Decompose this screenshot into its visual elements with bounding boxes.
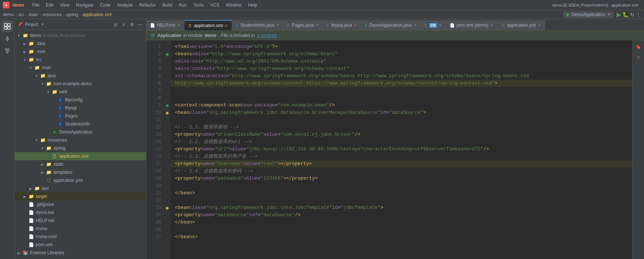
- tab-close-application-yml[interactable]: ✕: [538, 23, 541, 28]
- tree-item-com-example-demo[interactable]: ▼ 📁 com.example.demo: [15, 80, 146, 88]
- tree-item-mvn[interactable]: ▶ 📁 .mvn: [15, 48, 146, 56]
- tree-item-main[interactable]: ▼ 📁 main: [15, 64, 146, 72]
- menu-view[interactable]: View: [57, 2, 72, 8]
- tab-close-application-xml[interactable]: ✕: [225, 23, 228, 28]
- tab-help-md[interactable]: 📄 HELP.md ✕: [146, 20, 184, 30]
- run-button[interactable]: ▶: [617, 11, 621, 18]
- right-icon-bookmark[interactable]: 🔖: [634, 42, 643, 51]
- tab-close-my[interactable]: ✕: [439, 23, 442, 28]
- tree-item-resources[interactable]: ▼ 📁 resources: [15, 136, 146, 144]
- tree-item-demo-iml[interactable]: 📄 demo.iml: [15, 209, 146, 217]
- panel-action-locate[interactable]: ◎: [112, 21, 119, 28]
- code-line-10: <bean class="org.springframework.jdbc.da…: [171, 109, 632, 116]
- tab-studentsinfo-java[interactable]: C StudentsInfo.java ✕: [232, 20, 284, 30]
- label-web: web: [59, 89, 67, 94]
- tree-item-studentsinfo[interactable]: C StudentsInfo: [15, 120, 146, 128]
- line-num-24: 24: [146, 211, 164, 219]
- tree-item-mvnw[interactable]: 📄 mvnw: [15, 225, 146, 233]
- run-config-selector[interactable]: ▶ DemoApplication ▼: [564, 11, 614, 18]
- debug-button[interactable]: 🐛: [622, 12, 629, 18]
- tab-pages-java[interactable]: C Pages.java ✕: [284, 20, 323, 30]
- line-num-8: 8: [146, 94, 164, 102]
- update-button[interactable]: ↻: [630, 12, 634, 18]
- breadcrumb-spring[interactable]: spring: [66, 12, 78, 17]
- tab-demoapplication-java[interactable]: A DemoApplication.java ✕: [361, 20, 421, 30]
- menu-file[interactable]: File: [29, 2, 42, 8]
- gutter-2[interactable]: ◉: [164, 50, 171, 58]
- tree-item-templates[interactable]: ▶ 📁 templates: [15, 168, 146, 176]
- tab-pom-xml[interactable]: 📄 pom.xml (demo) ✕: [446, 20, 498, 30]
- breadcrumb-file[interactable]: application.xml: [82, 12, 111, 17]
- tab-close-studentsinfo-java[interactable]: ✕: [276, 23, 280, 28]
- tree-item-myconfig[interactable]: C Myconfig: [15, 96, 146, 104]
- sidebar-structure-icon[interactable]: [1, 45, 13, 57]
- tree-item-src[interactable]: ▼ 📁 src: [15, 56, 146, 64]
- panel-pin-icon[interactable]: 📌: [18, 22, 23, 27]
- tab-close-help-md[interactable]: ✕: [177, 23, 180, 28]
- tree-item-help-md[interactable]: 📄 HELP.md: [15, 217, 146, 225]
- tab-close-mysql-java[interactable]: ✕: [354, 23, 357, 28]
- tree-item-java[interactable]: ▼ 📁 java: [15, 72, 146, 80]
- tree-item-application-yml[interactable]: 🗒 application.yml: [15, 176, 146, 184]
- menu-window[interactable]: Window: [223, 2, 244, 8]
- breadcrumb-src[interactable]: src: [18, 12, 24, 17]
- tab-mysql-java[interactable]: C Mysql.java ✕: [323, 20, 361, 30]
- menu-refactor[interactable]: Refactor: [136, 2, 159, 8]
- tree-item-target[interactable]: ▶ 📁 target: [15, 192, 146, 200]
- tree-item-demoapplication[interactable]: A DemoApplication: [15, 128, 146, 136]
- panel-dropdown-icon[interactable]: ▼: [41, 22, 44, 26]
- right-icon-structure[interactable]: ≡: [634, 53, 643, 61]
- tree-item-scratches[interactable]: ▶ ✏ Scratches and Consoles: [15, 257, 146, 259]
- breadcrumb-main[interactable]: main: [29, 12, 38, 17]
- menu-build[interactable]: Build: [160, 2, 175, 8]
- menu-code[interactable]: Code: [97, 2, 113, 8]
- panel-action-settings[interactable]: ⚙: [128, 21, 135, 28]
- sidebar-project-icon[interactable]: [1, 20, 13, 32]
- tree-item-pom-xml[interactable]: 📄 pom.xml: [15, 241, 146, 249]
- tab-close-pom-xml[interactable]: ✕: [490, 23, 493, 28]
- tab-application-xml[interactable]: 🗒 application.xml ✕: [184, 20, 232, 30]
- menu-analyze[interactable]: Analyze: [114, 2, 136, 8]
- notification-contexts-link[interactable]: 4 contexts: [257, 33, 277, 38]
- tree-item-test[interactable]: ▶ 📁 test: [15, 184, 146, 192]
- tab-my[interactable]: C CN ✕: [421, 20, 446, 30]
- tree-item-static[interactable]: ▶ 📁 static: [15, 160, 146, 168]
- tree-item-gitignore[interactable]: 📄 .gitignore: [15, 200, 146, 209]
- label-demo-iml: demo.iml: [36, 210, 54, 215]
- arrow-java: ▼: [34, 74, 40, 78]
- tab-application-yml[interactable]: 🗒 application.yml ✕: [497, 20, 545, 30]
- menu-vcs[interactable]: VCS: [207, 2, 222, 8]
- label-help-md: HELP.md: [36, 218, 54, 223]
- tree-item-mysql[interactable]: C Mysql: [15, 104, 146, 112]
- breadcrumb-resources[interactable]: resources: [42, 12, 62, 17]
- line-num-14: 14: [146, 138, 164, 146]
- code-line-7: [171, 87, 632, 94]
- menu-run[interactable]: Run: [176, 2, 190, 8]
- code-area[interactable]: <?xml version="1.0" encoding="UTF-8"?> <…: [171, 40, 632, 259]
- sidebar-commit-icon[interactable]: [1, 33, 13, 45]
- gutter-15: [164, 146, 171, 153]
- tree-item-pages[interactable]: C Pages: [15, 112, 146, 120]
- tree-item-application-xml[interactable]: 🗒 application.xml: [15, 152, 146, 160]
- menu-help[interactable]: Help: [245, 2, 260, 8]
- notification-application: Application: [157, 33, 181, 38]
- menu-tools[interactable]: Tools: [191, 2, 207, 8]
- tree-item-external-libraries[interactable]: ▶ 📚 External Libraries: [15, 249, 146, 257]
- tree-item-web[interactable]: ▼ 📁 web: [15, 88, 146, 96]
- tree-item-demo-root[interactable]: ▼ 📁 demo E:\IDEA_Projects\demo: [15, 31, 146, 40]
- breadcrumb-demo[interactable]: demo: [3, 12, 14, 17]
- tab-close-pages-java[interactable]: ✕: [315, 23, 319, 28]
- tree-item-mvnw-cmd[interactable]: 📄 mvnw.cmd: [15, 233, 146, 241]
- tree-item-idea[interactable]: ▶ 📁 .idea: [15, 40, 146, 48]
- panel-action-close[interactable]: —: [136, 21, 143, 28]
- more-button[interactable]: ⋮: [636, 12, 641, 18]
- gutter-9[interactable]: ◉: [164, 102, 171, 109]
- tab-close-demoapplication-java[interactable]: ✕: [413, 23, 417, 28]
- label-templates: templates: [53, 170, 72, 175]
- panel-action-expand[interactable]: ≡: [120, 21, 127, 28]
- menu-navigate[interactable]: Navigate: [73, 2, 96, 8]
- gutter-23[interactable]: ◉: [164, 204, 171, 211]
- tree-item-spring[interactable]: ▼ 📁 spring: [15, 144, 146, 152]
- menu-edit[interactable]: Edit: [43, 2, 56, 8]
- gutter-10[interactable]: ◉: [164, 109, 171, 116]
